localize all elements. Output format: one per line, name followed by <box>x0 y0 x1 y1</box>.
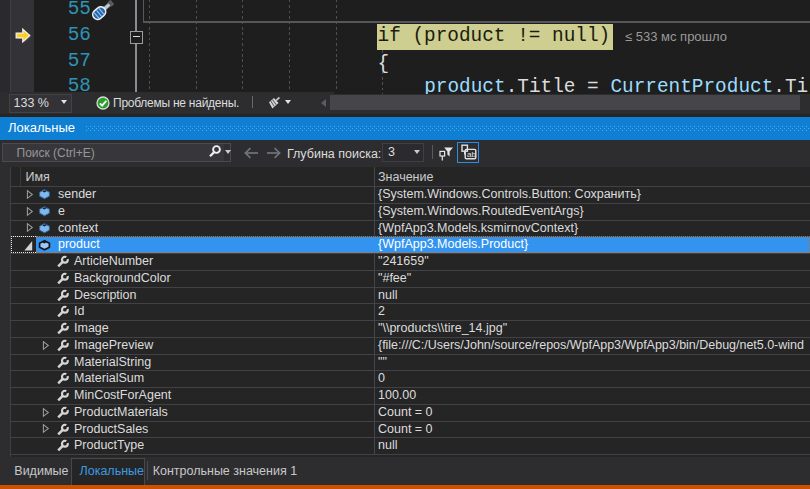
svg-text:ab: ab <box>467 150 476 159</box>
